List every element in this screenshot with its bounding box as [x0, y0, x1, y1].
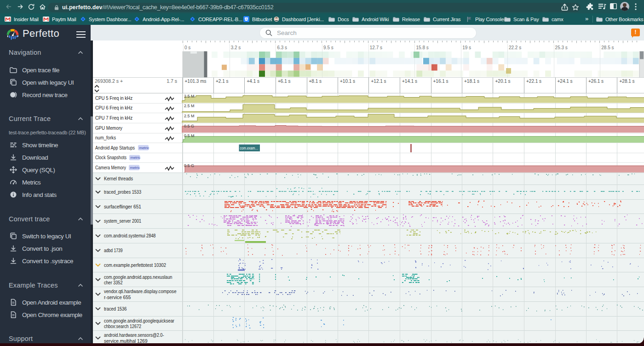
svg-text:Clock Snapshots: Clock Snapshots — [95, 155, 126, 160]
svg-text:Camera Memory: Camera Memory — [95, 165, 126, 170]
svg-text:CPU 7 Freq in kHz: CPU 7 Freq in kHz — [95, 115, 132, 121]
svg-text:+20.1 s: +20.1 s — [495, 79, 511, 84]
svg-text:+6.1 s: +6.1 s — [278, 79, 291, 84]
svg-text:+16.1 s: +16.1 s — [433, 79, 448, 84]
svg-text:cher 3352: cher 3352 — [104, 280, 123, 285]
svg-text:269308.2 s +: 269308.2 s + — [95, 78, 123, 84]
svg-text:22.2 s: 22.2 s — [509, 45, 521, 50]
svg-text:metric: metric — [131, 156, 141, 160]
svg-text:+8.1 s: +8.1 s — [309, 79, 322, 84]
svg-text:6.3 s: 6.3 s — [277, 45, 287, 50]
svg-text:+22.1 s: +22.1 s — [526, 79, 541, 84]
svg-text:com.google.android.googlequick: com.google.android.googlequicksear — [104, 318, 174, 323]
svg-text:metric: metric — [139, 146, 150, 150]
svg-text:com.example.perfettotest 10302: com.example.perfettotest 10302 — [104, 262, 166, 268]
svg-text:+101.3 ms: +101.3 ms — [185, 79, 207, 84]
svg-text:com.google.android.apps.nexusl: com.google.android.apps.nexuslaun — [104, 274, 172, 280]
svg-text:CPU 6 Freq in kHz: CPU 6 Freq in kHz — [95, 105, 132, 110]
svg-text:15.8 s: 15.8 s — [416, 45, 429, 50]
svg-text:9.5 s: 9.5 s — [323, 45, 334, 50]
svg-text:+10.1 s: +10.1 s — [340, 79, 355, 84]
svg-text:system_server 2001: system_server 2001 — [104, 218, 141, 224]
svg-text:CPU 5 Freq in kHz: CPU 5 Freq in kHz — [95, 95, 132, 101]
svg-text:2.5 M: 2.5 M — [184, 104, 195, 108]
svg-text:12.7 s: 12.7 s — [370, 45, 382, 50]
svg-text:metric: metric — [130, 166, 140, 170]
svg-text:1.7 s: 1.7 s — [167, 78, 177, 84]
svg-text:adbd 1739: adbd 1739 — [104, 248, 123, 253]
svg-text:service.multihal 1269: service.multihal 1269 — [104, 338, 148, 343]
svg-text:+12.1 s: +12.1 s — [371, 79, 386, 84]
svg-text:0.5 G: 0.5 G — [184, 124, 194, 128]
svg-text:surfaceflinger 651: surfaceflinger 651 — [104, 204, 141, 209]
svg-text:chbox:search 12672: chbox:search 12672 — [104, 323, 141, 329]
svg-text:0.5 M: 0.5 M — [184, 133, 195, 138]
svg-text:com.android.systemui 2848: com.android.systemui 2848 — [104, 233, 156, 238]
svg-text:2.5 M: 2.5 M — [184, 114, 195, 118]
svg-text:num_forks: num_forks — [95, 135, 116, 140]
svg-text:19 s: 19 s — [462, 45, 471, 50]
svg-text:traced_probes 1533: traced_probes 1533 — [104, 189, 141, 195]
svg-text:Kernel threads: Kernel threads — [104, 176, 133, 181]
svg-text:3.2 s: 3.2 s — [231, 45, 241, 50]
svg-text:+4.1 s: +4.1 s — [247, 79, 260, 84]
svg-text:Android App Startups: Android App Startups — [95, 145, 135, 150]
svg-text:+24.1 s: +24.1 s — [558, 79, 573, 84]
svg-text:+18.1 s: +18.1 s — [464, 79, 479, 84]
svg-text:+26.1 s: +26.1 s — [588, 79, 604, 84]
svg-text:+14.1 s: +14.1 s — [402, 79, 417, 84]
svg-text:25.3 s: 25.3 s — [555, 45, 568, 50]
svg-text:+28.1 s: +28.1 s — [620, 79, 635, 84]
svg-text:0.5 G: 0.5 G — [184, 163, 194, 168]
svg-text:0 s: 0 s — [184, 45, 190, 50]
svg-text:28.5 s: 28.5 s — [601, 45, 614, 50]
svg-text:com.exam…: com.exam… — [240, 146, 259, 150]
svg-text:android.hardware.sensors@2.0-: android.hardware.sensors@2.0- — [104, 332, 164, 338]
svg-text:r-service 655: r-service 655 — [104, 294, 131, 300]
svg-text:2.5 M: 2.5 M — [184, 94, 195, 98]
svg-text:+2.1 s: +2.1 s — [216, 79, 229, 84]
svg-text:vendor.qti.hardware.display.co: vendor.qti.hardware.display.compose — [104, 288, 177, 294]
svg-text:GPU Memory: GPU Memory — [95, 125, 122, 131]
svg-text:traced 1536: traced 1536 — [104, 306, 127, 311]
